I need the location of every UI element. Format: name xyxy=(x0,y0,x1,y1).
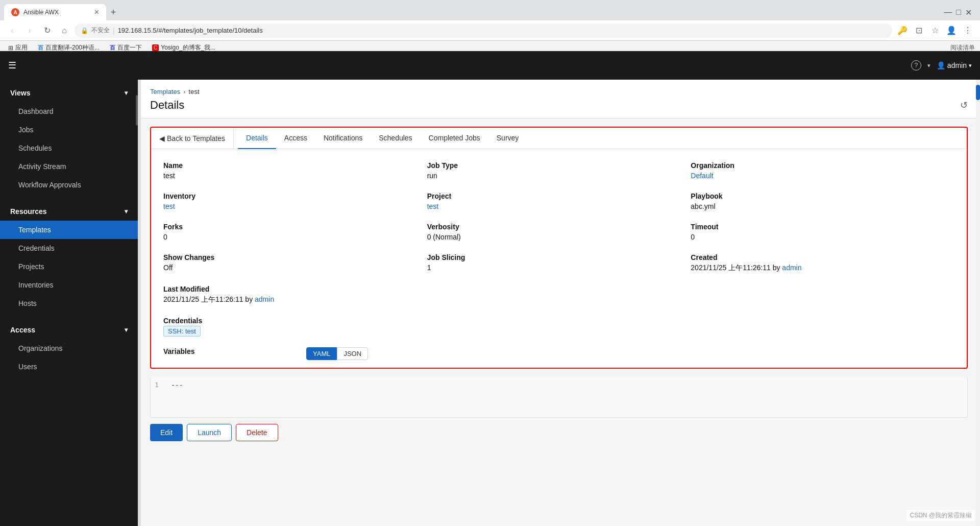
tab-details[interactable]: Details xyxy=(238,128,276,149)
job-type-label: Job Type xyxy=(427,161,683,170)
created-by-link[interactable]: admin xyxy=(782,264,801,272)
tab-completed-jobs[interactable]: Completed Jobs xyxy=(421,128,488,149)
delete-button[interactable]: Delete xyxy=(236,424,278,441)
cast-icon[interactable]: ⊡ xyxy=(912,23,926,38)
scrollbar-thumb[interactable] xyxy=(976,85,980,100)
project-label: Project xyxy=(427,192,683,200)
tab-nav: ◀ Back to Templates Details Access Notif… xyxy=(151,128,967,149)
page-title-row: Details ↺ xyxy=(150,99,968,118)
sidebar-item-activity-stream[interactable]: Activity Stream xyxy=(0,157,138,176)
top-nav-left: ☰ xyxy=(8,60,16,71)
sidebar-item-templates[interactable]: Templates xyxy=(0,221,138,239)
details-row-credentials: Credentials SSH: test xyxy=(151,308,967,339)
top-nav-right: ? ▾ 👤 admin ▾ xyxy=(911,60,972,70)
watermark: CSDN @我的紫霞辣椒 xyxy=(906,510,975,521)
detail-verbosity: Verbosity 0 (Normal) xyxy=(427,219,691,245)
sidebar-item-dashboard[interactable]: Dashboard xyxy=(0,102,138,121)
sidebar-access-header[interactable]: Access ▾ xyxy=(0,321,138,339)
profile-icon[interactable]: 👤 xyxy=(944,23,959,38)
code-content-1: --- xyxy=(171,381,183,389)
baidu-icon: 百 xyxy=(110,44,115,52)
edit-button[interactable]: Edit xyxy=(150,424,183,441)
star-icon[interactable]: ☆ xyxy=(928,23,942,38)
sidebar-item-schedules[interactable]: Schedules xyxy=(0,139,138,157)
baidu-translate-icon: 百 xyxy=(38,44,43,52)
inventory-label: Inventory xyxy=(163,192,419,200)
back-nav-button[interactable]: ‹ xyxy=(5,23,19,38)
forward-nav-button[interactable]: › xyxy=(22,23,37,38)
details-row-2: Inventory test Project test Playbook abc… xyxy=(151,184,967,214)
sidebar-item-projects[interactable]: Projects xyxy=(0,257,138,276)
tab-notifications[interactable]: Notifications xyxy=(315,128,371,149)
sidebar-item-organizations[interactable]: Organizations xyxy=(0,339,138,357)
organization-value[interactable]: Default xyxy=(691,172,713,180)
reload-button[interactable]: ↻ xyxy=(40,23,54,38)
sidebar-access-section: Access ▾ Organizations Users xyxy=(0,317,138,380)
created-label: Created xyxy=(691,253,946,261)
close-window-button[interactable]: ✕ xyxy=(965,8,972,17)
tab-schedules[interactable]: Schedules xyxy=(371,128,420,149)
details-row-4: Show Changes Off Job Slicing 1 Created 2… xyxy=(151,245,967,277)
new-tab-button[interactable]: + xyxy=(106,5,120,19)
sidebar-views-header[interactable]: Views ▾ xyxy=(0,84,138,102)
sidebar-item-credentials[interactable]: Credentials xyxy=(0,239,138,257)
json-button[interactable]: JSON xyxy=(337,347,368,360)
breadcrumb-templates-link[interactable]: Templates xyxy=(150,88,180,95)
address-bar[interactable]: 🔒 不安全 | 192.168.15.5/#/templates/job_tem… xyxy=(75,23,892,38)
organization-label: Organization xyxy=(691,161,946,170)
action-buttons: Edit Launch Delete xyxy=(138,418,980,447)
browser-tab[interactable]: A Ansible AWX × xyxy=(4,4,106,20)
forks-value: 0 xyxy=(163,233,419,241)
hamburger-menu-button[interactable]: ☰ xyxy=(8,60,16,71)
playbook-value: abc.yml xyxy=(691,202,946,210)
tab-survey[interactable]: Survey xyxy=(488,128,527,149)
help-button[interactable]: ? xyxy=(911,60,921,70)
sidebar: Views ▾ Dashboard Jobs Schedules Activit… xyxy=(0,80,138,526)
maximize-button[interactable]: □ xyxy=(956,8,961,17)
sidebar-item-workflow-approvals[interactable]: Workflow Approvals xyxy=(0,176,138,194)
user-menu-button[interactable]: 👤 admin ▾ xyxy=(937,61,972,69)
detail-job-type: Job Type run xyxy=(427,157,691,184)
user-chevron-icon: ▾ xyxy=(969,62,972,69)
address-separator: | xyxy=(113,27,115,35)
refresh-button[interactable]: ↺ xyxy=(960,100,968,111)
sidebar-resources-header[interactable]: Resources ▾ xyxy=(0,202,138,221)
timeout-label: Timeout xyxy=(691,223,946,231)
yaml-button[interactable]: YAML xyxy=(306,347,337,360)
browser-nav-bar: ‹ › ↻ ⌂ 🔒 不安全 | 192.168.15.5/#/templates… xyxy=(0,20,980,41)
csdn-icon: C xyxy=(152,44,159,51)
inventory-value[interactable]: test xyxy=(163,202,175,210)
forks-label: Forks xyxy=(163,223,419,231)
key-icon[interactable]: 🔑 xyxy=(895,23,910,38)
sidebar-item-users[interactable]: Users xyxy=(0,357,138,376)
content-area: Templates › test Details ↺ ◀ Back to Tem… xyxy=(138,80,980,526)
breadcrumb-separator: › xyxy=(183,88,185,95)
tab-close-button[interactable]: × xyxy=(94,8,99,17)
sidebar-item-inventories[interactable]: Inventories xyxy=(0,276,138,294)
detail-timeout: Timeout 0 xyxy=(691,219,954,245)
launch-button[interactable]: Launch xyxy=(187,424,232,441)
scrollbar-track[interactable] xyxy=(976,80,980,526)
project-value[interactable]: test xyxy=(427,202,439,210)
home-button[interactable]: ⌂ xyxy=(57,23,71,38)
sidebar-item-hosts[interactable]: Hosts xyxy=(0,294,138,313)
last-modified-by-link[interactable]: admin xyxy=(255,295,274,303)
detail-job-slicing: Job Slicing 1 xyxy=(427,249,691,277)
minimize-button[interactable]: — xyxy=(944,8,952,17)
sidebar-item-jobs[interactable]: Jobs xyxy=(0,121,138,139)
top-nav: ☰ ? ▾ 👤 admin ▾ xyxy=(0,51,980,80)
back-to-templates-link[interactable]: ◀ Back to Templates xyxy=(159,128,234,149)
tab-bar: A Ansible AWX × + — □ ✕ xyxy=(0,0,980,20)
job-slicing-value: 1 xyxy=(427,264,683,272)
detail-project: Project test xyxy=(427,188,691,214)
favicon-icon: A xyxy=(11,8,19,16)
help-dropdown-button[interactable]: ▾ xyxy=(927,62,930,69)
access-chevron-icon: ▾ xyxy=(125,326,128,333)
breadcrumb-current: test xyxy=(189,88,200,95)
detail-created: Created 2021/11/25 上午11:26:11 by admin xyxy=(691,249,954,277)
menu-dots-icon[interactable]: ⋮ xyxy=(961,23,975,38)
detail-name: Name test xyxy=(163,157,427,184)
name-value: test xyxy=(163,172,419,180)
tab-access[interactable]: Access xyxy=(276,128,315,149)
tab-title: Ansible AWX xyxy=(23,9,90,16)
